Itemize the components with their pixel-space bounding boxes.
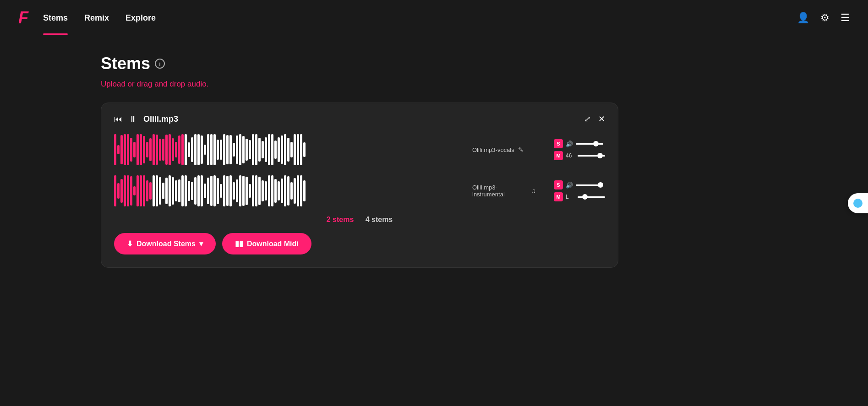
track-row-vocals: Olili.mp3-vocals ✎ S 🔊 M 46 [114,133,605,166]
waveform-bar [175,142,177,157]
solo-badge-instrumental[interactable]: S [554,180,563,189]
solo-badge-vocals[interactable]: S [554,139,563,148]
waveform-vocals [114,133,464,166]
waveform-bar [271,175,273,206]
waveform-bar [258,177,261,205]
waveform-bar [140,134,142,165]
track-label-instrumental: Olili.mp3-instrumental [472,184,527,198]
pan-slider-vocals[interactable] [578,155,605,157]
waveform-bar [162,139,164,161]
waveform-bar [185,134,187,165]
waveform-bar [287,138,289,162]
player-actions: ⤢ ✕ [584,114,605,124]
waveform-bar [220,140,222,160]
user-icon[interactable]: 👤 [797,12,809,24]
waveform-bar [229,175,232,206]
nav-link-stems[interactable]: Stems [43,13,68,23]
waveform-bar [169,134,171,165]
waveform-bar [181,134,184,165]
waveform-bar [242,176,245,206]
track-name: Olili.mp3 [143,114,178,124]
waveform-bar [156,175,158,206]
waveform-bar [201,135,203,164]
pause-button[interactable]: ⏸ [129,114,137,124]
track-info-vocals: Olili.mp3-vocals ✎ [472,146,546,153]
waveform-bar [130,138,132,162]
waveform-bar [153,175,155,206]
waveform-bar [262,141,264,159]
player-header: ⏮ ⏸ Olili.mp3 ⤢ ✕ [114,114,605,124]
waveform-bar [294,134,296,165]
volume-val-instrumental: L [566,194,575,200]
waveform-bar [226,176,229,206]
chat-dot [853,199,863,208]
waveform-bar [249,184,251,197]
info-icon[interactable]: i [155,59,165,69]
note-icon-instrumental[interactable]: ♫ [531,187,536,195]
waveform-bar [204,184,206,198]
mute-row-instrumental: M L [554,192,605,201]
waveform-bar [172,138,174,161]
waveform-bar [239,134,241,165]
waveform-bar [210,176,213,206]
edit-icon-vocals[interactable]: ✎ [518,146,524,153]
waveform-bar [149,138,152,162]
waveform-bar [162,183,164,199]
waveform-bar [114,134,116,165]
download-midi-icon: ▮▮ [235,239,243,248]
waveform-bar [207,134,209,165]
waveform-bar [252,175,254,206]
waveform-bar [300,134,302,165]
pan-slider-instrumental[interactable] [578,196,605,198]
volume-icon-vocals: 🔊 [566,141,573,147]
stems-4-option[interactable]: 4 stems [366,216,393,223]
waveform-bar [274,141,277,158]
waveform-bar [255,175,257,206]
waveform-bar [233,182,235,199]
nav-link-explore[interactable]: Explore [126,13,156,23]
waveform-bar [178,135,180,163]
skip-back-button[interactable]: ⏮ [114,114,122,124]
download-stems-label: Download Stems [136,240,196,248]
mute-row-vocals: M 46 [554,151,605,160]
waveform-bar [223,175,225,206]
mute-badge-vocals[interactable]: M [554,151,563,160]
close-button[interactable]: ✕ [598,114,605,124]
volume-slider-vocals[interactable] [576,143,603,145]
settings-icon[interactable]: ⚙ [820,12,830,24]
resize-button[interactable]: ⤢ [584,114,591,124]
waveform-bar [197,175,200,206]
waveform-bar [246,139,248,161]
waveform-instrumental [114,174,464,207]
volume-slider-instrumental[interactable] [576,184,603,186]
waveform-bar [217,140,219,160]
waveform-bar [217,178,219,204]
waveform-bar [191,182,193,200]
waveform-bar [175,180,177,201]
download-stems-button[interactable]: ⬇ Download Stems ▾ [114,233,216,254]
waveform-bar [165,178,168,204]
menu-icon[interactable]: ☰ [841,12,850,24]
waveform-bar [146,180,148,202]
waveform-bar [143,136,145,163]
stems-2-option[interactable]: 2 stems [327,216,354,223]
track-controls-vocals: S 🔊 M 46 [554,139,605,160]
mute-badge-instrumental[interactable]: M [554,192,563,201]
page-content: Stems i Upload or drag and drop audio. ⏮… [0,36,868,286]
chat-fab[interactable] [848,193,868,213]
waveform-bar [213,175,216,206]
waveform-bar [281,135,283,163]
waveform-bar [127,175,129,206]
waveform-bar [197,134,200,165]
solo-row-instrumental: S 🔊 [554,180,605,189]
waveform-bar [120,179,123,203]
nav-link-remix[interactable]: Remix [84,13,109,23]
waveform-bar [213,134,216,165]
waveform-bar [236,135,238,164]
waveform-bar [169,175,171,206]
waveform-bar [194,134,197,165]
waveform-bar [201,175,203,206]
waveform-bar [194,177,197,205]
download-midi-button[interactable]: ▮▮ Download Midi [222,233,311,254]
waveform-bar [156,135,158,164]
